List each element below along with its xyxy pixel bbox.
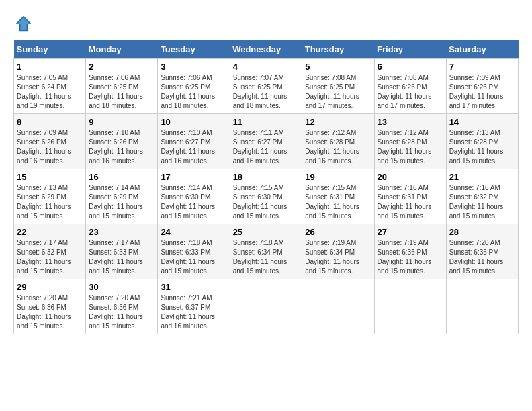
calendar-cell: 2 Sunrise: 7:06 AM Sunset: 6:25 PM Dayli… bbox=[86, 59, 158, 114]
calendar-cell bbox=[446, 279, 518, 334]
day-info: Sunrise: 7:05 AM Sunset: 6:24 PM Dayligh… bbox=[17, 73, 83, 111]
day-number: 22 bbox=[17, 227, 83, 237]
calendar-header-row: SundayMondayTuesdayWednesdayThursdayFrid… bbox=[14, 40, 519, 59]
logo-icon bbox=[13, 13, 34, 34]
calendar-cell: 15 Sunrise: 7:13 AM Sunset: 6:29 PM Dayl… bbox=[14, 169, 86, 224]
calendar-cell: 18 Sunrise: 7:15 AM Sunset: 6:30 PM Dayl… bbox=[230, 169, 302, 224]
day-number: 11 bbox=[233, 117, 300, 127]
day-number: 14 bbox=[449, 117, 515, 127]
day-number: 25 bbox=[233, 227, 300, 237]
calendar-cell: 3 Sunrise: 7:06 AM Sunset: 6:25 PM Dayli… bbox=[158, 59, 230, 114]
calendar-cell: 23 Sunrise: 7:17 AM Sunset: 6:33 PM Dayl… bbox=[86, 224, 158, 279]
day-number: 27 bbox=[378, 227, 443, 237]
day-number: 1 bbox=[17, 62, 83, 72]
day-number: 9 bbox=[89, 117, 154, 127]
day-number: 7 bbox=[449, 62, 515, 72]
calendar-cell: 8 Sunrise: 7:09 AM Sunset: 6:26 PM Dayli… bbox=[14, 114, 86, 169]
day-number: 30 bbox=[89, 282, 154, 292]
weekday-header: Tuesday bbox=[158, 40, 230, 59]
day-number: 10 bbox=[161, 117, 226, 127]
calendar-cell: 26 Sunrise: 7:19 AM Sunset: 6:34 PM Dayl… bbox=[302, 224, 374, 279]
weekday-header: Monday bbox=[86, 40, 158, 59]
day-number: 21 bbox=[449, 172, 515, 182]
calendar-cell: 25 Sunrise: 7:18 AM Sunset: 6:34 PM Dayl… bbox=[230, 224, 302, 279]
calendar-cell bbox=[230, 279, 302, 334]
calendar: SundayMondayTuesdayWednesdayThursdayFrid… bbox=[13, 40, 519, 334]
calendar-cell: 24 Sunrise: 7:18 AM Sunset: 6:33 PM Dayl… bbox=[158, 224, 230, 279]
day-info: Sunrise: 7:13 AM Sunset: 6:28 PM Dayligh… bbox=[449, 128, 515, 166]
day-info: Sunrise: 7:17 AM Sunset: 6:33 PM Dayligh… bbox=[89, 238, 154, 276]
calendar-cell: 9 Sunrise: 7:10 AM Sunset: 6:26 PM Dayli… bbox=[86, 114, 158, 169]
calendar-cell: 14 Sunrise: 7:13 AM Sunset: 6:28 PM Dayl… bbox=[446, 114, 518, 169]
day-number: 15 bbox=[17, 172, 83, 182]
day-number: 28 bbox=[449, 227, 515, 237]
day-info: Sunrise: 7:06 AM Sunset: 6:25 PM Dayligh… bbox=[89, 73, 154, 111]
day-info: Sunrise: 7:20 AM Sunset: 6:35 PM Dayligh… bbox=[449, 238, 515, 276]
weekday-header: Friday bbox=[374, 40, 446, 59]
day-info: Sunrise: 7:14 AM Sunset: 6:29 PM Dayligh… bbox=[89, 183, 154, 221]
day-number: 2 bbox=[89, 62, 154, 72]
day-number: 3 bbox=[161, 62, 226, 72]
calendar-cell: 22 Sunrise: 7:17 AM Sunset: 6:32 PM Dayl… bbox=[14, 224, 86, 279]
calendar-cell: 7 Sunrise: 7:09 AM Sunset: 6:26 PM Dayli… bbox=[446, 59, 518, 114]
logo bbox=[13, 13, 36, 34]
calendar-cell: 1 Sunrise: 7:05 AM Sunset: 6:24 PM Dayli… bbox=[14, 59, 86, 114]
day-number: 23 bbox=[89, 227, 154, 237]
calendar-cell: 20 Sunrise: 7:16 AM Sunset: 6:31 PM Dayl… bbox=[374, 169, 446, 224]
day-info: Sunrise: 7:18 AM Sunset: 6:33 PM Dayligh… bbox=[161, 238, 226, 276]
weekday-header: Thursday bbox=[302, 40, 374, 59]
day-number: 31 bbox=[161, 282, 226, 292]
day-info: Sunrise: 7:08 AM Sunset: 6:25 PM Dayligh… bbox=[305, 73, 371, 111]
day-info: Sunrise: 7:10 AM Sunset: 6:26 PM Dayligh… bbox=[89, 128, 154, 166]
calendar-cell bbox=[302, 279, 374, 334]
day-number: 4 bbox=[233, 62, 300, 72]
day-info: Sunrise: 7:20 AM Sunset: 6:36 PM Dayligh… bbox=[17, 293, 83, 331]
calendar-cell: 5 Sunrise: 7:08 AM Sunset: 6:25 PM Dayli… bbox=[302, 59, 374, 114]
calendar-cell: 6 Sunrise: 7:08 AM Sunset: 6:26 PM Dayli… bbox=[374, 59, 446, 114]
day-info: Sunrise: 7:17 AM Sunset: 6:32 PM Dayligh… bbox=[17, 238, 83, 276]
calendar-cell: 29 Sunrise: 7:20 AM Sunset: 6:36 PM Dayl… bbox=[14, 279, 86, 334]
day-info: Sunrise: 7:11 AM Sunset: 6:27 PM Dayligh… bbox=[233, 128, 300, 166]
day-number: 13 bbox=[378, 117, 443, 127]
calendar-cell: 21 Sunrise: 7:16 AM Sunset: 6:32 PM Dayl… bbox=[446, 169, 518, 224]
day-info: Sunrise: 7:14 AM Sunset: 6:30 PM Dayligh… bbox=[161, 183, 226, 221]
day-info: Sunrise: 7:20 AM Sunset: 6:36 PM Dayligh… bbox=[89, 293, 154, 331]
calendar-cell: 27 Sunrise: 7:19 AM Sunset: 6:35 PM Dayl… bbox=[374, 224, 446, 279]
calendar-cell: 19 Sunrise: 7:15 AM Sunset: 6:31 PM Dayl… bbox=[302, 169, 374, 224]
calendar-week-row: 29 Sunrise: 7:20 AM Sunset: 6:36 PM Dayl… bbox=[14, 279, 519, 334]
day-info: Sunrise: 7:13 AM Sunset: 6:29 PM Dayligh… bbox=[17, 183, 83, 221]
calendar-cell: 16 Sunrise: 7:14 AM Sunset: 6:29 PM Dayl… bbox=[86, 169, 158, 224]
day-info: Sunrise: 7:15 AM Sunset: 6:30 PM Dayligh… bbox=[233, 183, 300, 221]
calendar-cell: 30 Sunrise: 7:20 AM Sunset: 6:36 PM Dayl… bbox=[86, 279, 158, 334]
weekday-header: Wednesday bbox=[230, 40, 302, 59]
day-info: Sunrise: 7:08 AM Sunset: 6:26 PM Dayligh… bbox=[378, 73, 443, 111]
day-number: 19 bbox=[305, 172, 371, 182]
calendar-cell: 10 Sunrise: 7:10 AM Sunset: 6:27 PM Dayl… bbox=[158, 114, 230, 169]
calendar-cell: 17 Sunrise: 7:14 AM Sunset: 6:30 PM Dayl… bbox=[158, 169, 230, 224]
calendar-week-row: 8 Sunrise: 7:09 AM Sunset: 6:26 PM Dayli… bbox=[14, 114, 519, 169]
weekday-header: Sunday bbox=[14, 40, 86, 59]
calendar-cell: 11 Sunrise: 7:11 AM Sunset: 6:27 PM Dayl… bbox=[230, 114, 302, 169]
calendar-cell: 31 Sunrise: 7:21 AM Sunset: 6:37 PM Dayl… bbox=[158, 279, 230, 334]
day-number: 18 bbox=[233, 172, 300, 182]
day-number: 26 bbox=[305, 227, 371, 237]
day-info: Sunrise: 7:09 AM Sunset: 6:26 PM Dayligh… bbox=[449, 73, 515, 111]
day-number: 6 bbox=[378, 62, 443, 72]
day-info: Sunrise: 7:12 AM Sunset: 6:28 PM Dayligh… bbox=[305, 128, 371, 166]
day-info: Sunrise: 7:12 AM Sunset: 6:28 PM Dayligh… bbox=[378, 128, 443, 166]
day-number: 5 bbox=[305, 62, 371, 72]
day-number: 12 bbox=[305, 117, 371, 127]
day-number: 8 bbox=[17, 117, 83, 127]
calendar-cell: 28 Sunrise: 7:20 AM Sunset: 6:35 PM Dayl… bbox=[446, 224, 518, 279]
day-info: Sunrise: 7:15 AM Sunset: 6:31 PM Dayligh… bbox=[305, 183, 371, 221]
day-info: Sunrise: 7:18 AM Sunset: 6:34 PM Dayligh… bbox=[233, 238, 300, 276]
day-info: Sunrise: 7:07 AM Sunset: 6:25 PM Dayligh… bbox=[233, 73, 300, 111]
calendar-week-row: 22 Sunrise: 7:17 AM Sunset: 6:32 PM Dayl… bbox=[14, 224, 519, 279]
day-info: Sunrise: 7:09 AM Sunset: 6:26 PM Dayligh… bbox=[17, 128, 83, 166]
day-info: Sunrise: 7:19 AM Sunset: 6:34 PM Dayligh… bbox=[305, 238, 371, 276]
svg-marker-1 bbox=[17, 17, 30, 30]
day-number: 16 bbox=[89, 172, 154, 182]
header bbox=[13, 13, 519, 34]
day-info: Sunrise: 7:16 AM Sunset: 6:31 PM Dayligh… bbox=[378, 183, 443, 221]
calendar-cell: 4 Sunrise: 7:07 AM Sunset: 6:25 PM Dayli… bbox=[230, 59, 302, 114]
